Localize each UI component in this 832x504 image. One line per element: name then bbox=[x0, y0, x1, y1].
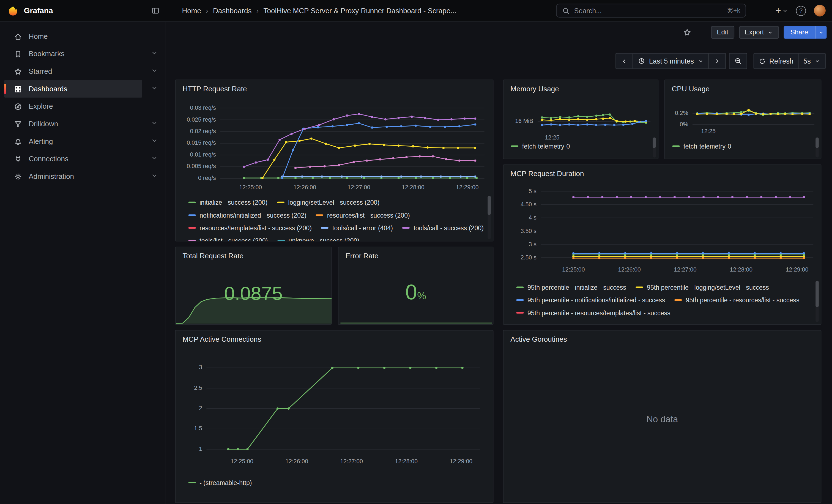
drilldown-funnel-icon bbox=[14, 120, 22, 128]
connections-legend: - (streamable-http) bbox=[188, 478, 486, 500]
time-forward-button[interactable] bbox=[708, 53, 726, 69]
panel-title[interactable]: Total Request Rate bbox=[176, 247, 331, 260]
panel-title[interactable]: Memory Usage bbox=[503, 80, 658, 93]
x-axis-label: 12:26:00 bbox=[618, 266, 641, 273]
x-axis-label: 12:27:00 bbox=[340, 458, 363, 464]
legend-item[interactable]: - (streamable-http) bbox=[188, 478, 252, 487]
time-back-button[interactable] bbox=[616, 53, 633, 69]
breadcrumb-dashboards[interactable]: Dashboards bbox=[213, 7, 252, 15]
time-range-picker[interactable]: Last 5 minutes bbox=[632, 53, 709, 69]
plot-area[interactable] bbox=[339, 302, 493, 323]
plot-area[interactable] bbox=[693, 108, 815, 126]
favorite-star-icon[interactable] bbox=[683, 28, 692, 36]
refresh-button[interactable]: Refresh bbox=[753, 53, 799, 69]
y-axis-label: 16 MiB bbox=[515, 118, 533, 124]
x-axis-label: 12:25 bbox=[701, 128, 716, 134]
plot-area[interactable] bbox=[220, 105, 484, 182]
legend-item[interactable]: unknown - success (200) bbox=[277, 236, 359, 241]
legend-scrollbar[interactable] bbox=[815, 137, 819, 157]
help-icon[interactable]: ? bbox=[796, 5, 806, 16]
search-icon bbox=[562, 7, 570, 15]
error-rate-unit: % bbox=[417, 290, 426, 301]
nav-actions: + ? bbox=[776, 0, 826, 21]
legend-item[interactable]: 95th percentile - notifications/initiali… bbox=[516, 295, 665, 304]
legend-item[interactable]: initialize - success (200) bbox=[188, 198, 267, 207]
legend-item[interactable]: 95th percentile - initialize - success bbox=[516, 283, 626, 292]
legend-item[interactable]: 95th percentile - resources/list - succe… bbox=[675, 295, 799, 304]
export-button[interactable]: Export bbox=[739, 26, 779, 38]
chevron-down-icon[interactable] bbox=[151, 154, 158, 162]
share-button[interactable]: Share bbox=[784, 26, 815, 38]
share-menu-caret[interactable] bbox=[815, 26, 827, 38]
memory-usage-chart[interactable]: 16 MiB12:25 bbox=[507, 110, 651, 143]
chevron-down-icon[interactable] bbox=[151, 137, 158, 144]
mcp-request-duration-chart[interactable]: 5 s4.50 s4 s3.50 s3 s2.50 s12:25:0012:26… bbox=[508, 187, 813, 277]
panel-title[interactable]: Active Goroutines bbox=[503, 330, 821, 343]
y-axis-label: 3 s bbox=[528, 241, 536, 247]
refresh-interval-picker[interactable]: 5s bbox=[798, 53, 826, 69]
http-request-rate-chart[interactable]: 0.03 req/s0.025 req/s0.02 req/s0.015 req… bbox=[180, 105, 485, 195]
legend-item[interactable]: 95th percentile - resources/templates/li… bbox=[516, 308, 670, 317]
x-axis-label: 12:28:00 bbox=[395, 458, 418, 464]
chevron-down-icon[interactable] bbox=[151, 84, 158, 92]
x-axis-label: 12:26:00 bbox=[285, 458, 308, 464]
chevron-down-icon[interactable] bbox=[151, 172, 158, 179]
plot-area[interactable] bbox=[541, 187, 813, 264]
sidebar-item-bookmarks[interactable]: Bookmarks bbox=[4, 45, 142, 63]
home-icon bbox=[14, 32, 22, 41]
sidebar-item-starred[interactable]: Starred bbox=[4, 63, 142, 80]
chevron-down-icon bbox=[814, 58, 820, 64]
cpu-usage-chart[interactable]: 0.2%0%12:25 bbox=[669, 108, 814, 140]
sidebar-item-connections[interactable]: Connections bbox=[4, 150, 142, 168]
bookmark-icon bbox=[14, 50, 22, 58]
x-axis-label: 12:27:00 bbox=[347, 184, 370, 190]
legend-item[interactable]: tools/call - success (200) bbox=[402, 223, 484, 233]
chevron-down-icon[interactable] bbox=[151, 49, 158, 57]
sidebar-toggle-icon[interactable] bbox=[151, 6, 160, 15]
panel-title[interactable]: MCP Active Connections bbox=[176, 330, 493, 343]
search-input[interactable]: Search... ⌘+k bbox=[556, 4, 746, 17]
sidebar-item-drilldown[interactable]: Drilldown bbox=[4, 115, 142, 133]
chevron-down-icon[interactable] bbox=[151, 67, 158, 74]
sidebar-item-dashboards[interactable]: Dashboards bbox=[4, 80, 142, 98]
panel-title[interactable]: HTTP Request Rate bbox=[176, 80, 493, 93]
plot-area[interactable] bbox=[538, 110, 651, 132]
legend-item[interactable]: 95th percentile - logging/setLevel - suc… bbox=[636, 283, 769, 292]
search-shortcut: ⌘+k bbox=[727, 7, 740, 14]
legend-item[interactable]: fetch-telemetry-0 bbox=[672, 142, 731, 151]
legend-item[interactable]: resources/templates/list - success (200) bbox=[188, 223, 312, 233]
legend-item[interactable]: fetch-telemetry-0 bbox=[511, 142, 570, 151]
sidebar-item-administration[interactable]: Administration bbox=[4, 167, 142, 185]
sidebar-item-alerting[interactable]: Alerting bbox=[4, 133, 142, 150]
breadcrumb: Home › Dashboards › ToolHive MCP Server … bbox=[182, 7, 456, 15]
plug-icon bbox=[14, 155, 22, 163]
user-avatar[interactable] bbox=[814, 5, 825, 16]
y-axis-label: 0.2% bbox=[675, 109, 688, 116]
breadcrumb-current[interactable]: ToolHive MCP Server & Proxy Runner Dashb… bbox=[264, 7, 457, 15]
zoom-out-button[interactable] bbox=[729, 53, 747, 69]
edit-button[interactable]: Edit bbox=[711, 26, 734, 38]
legend-item[interactable]: tools/call - error (404) bbox=[321, 223, 393, 233]
legend-item[interactable]: notifications/initialized - success (202… bbox=[188, 211, 307, 220]
legend-item[interactable]: resources/list - success (200) bbox=[316, 211, 410, 220]
legend-item[interactable]: logging/setLevel - success (200) bbox=[277, 198, 380, 207]
legend-scrollbar[interactable] bbox=[815, 281, 819, 322]
star-icon bbox=[14, 67, 22, 76]
plot-area[interactable] bbox=[206, 361, 480, 456]
add-button[interactable]: + bbox=[776, 6, 788, 16]
dashboard-actions: Edit Export Share bbox=[683, 26, 827, 38]
legend-item[interactable]: tools/list - success (200) bbox=[188, 236, 268, 241]
breadcrumb-home[interactable]: Home bbox=[182, 7, 201, 15]
chevron-down-icon[interactable] bbox=[151, 120, 158, 127]
panel-error-rate: Error Rate 0% bbox=[338, 247, 493, 325]
sidebar-item-explore[interactable]: Explore bbox=[4, 98, 142, 115]
legend-scrollbar[interactable] bbox=[653, 137, 656, 157]
grafana-logo-icon[interactable] bbox=[7, 5, 19, 16]
legend-scrollbar[interactable] bbox=[488, 196, 491, 239]
panel-title[interactable]: CPU Usage bbox=[665, 80, 821, 93]
sidebar-item-home[interactable]: Home bbox=[4, 27, 142, 45]
mcp-active-connections-chart[interactable]: 32.521.5112:25:0012:26:0012:27:0012:28:0… bbox=[181, 361, 480, 469]
panel-title[interactable]: MCP Request Duration bbox=[503, 165, 821, 178]
error-rate-sparkline[interactable] bbox=[339, 302, 492, 323]
panel-title[interactable]: Error Rate bbox=[338, 247, 493, 260]
